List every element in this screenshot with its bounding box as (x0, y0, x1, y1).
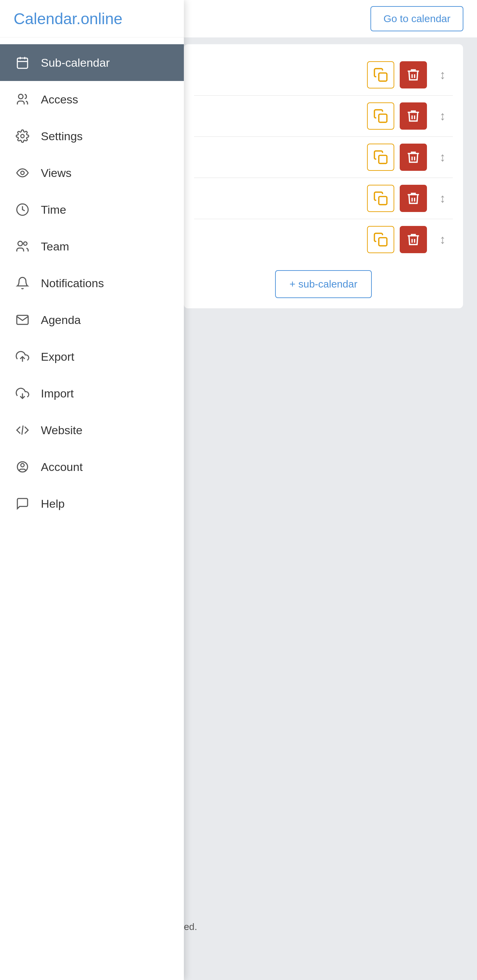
sidebar-item-label-export: Export (41, 350, 74, 363)
agenda-icon (14, 311, 31, 329)
svg-rect-5 (18, 58, 27, 68)
delete-button-5[interactable] (400, 226, 427, 253)
sidebar-item-label-agenda: Agenda (41, 313, 81, 327)
sidebar: Calendar.online Sub-calendar (0, 0, 184, 980)
footer-text: ed. (184, 921, 197, 932)
reorder-button-3[interactable]: ↕ (432, 143, 453, 171)
subcal-row-3: ↕ (194, 137, 453, 178)
sidebar-item-time[interactable]: Time (0, 191, 184, 228)
copy-button-3[interactable] (367, 143, 394, 171)
website-icon (14, 421, 31, 439)
views-icon (14, 164, 31, 182)
sidebar-item-import[interactable]: Import (0, 375, 184, 412)
import-icon (14, 385, 31, 402)
sidebar-logo-accent: online (81, 10, 123, 27)
reorder-button-2[interactable]: ↕ (432, 102, 453, 130)
subcal-row-4: ↕ (194, 178, 453, 219)
subcal-row-1: ↕ (194, 54, 453, 95)
svg-point-14 (24, 242, 27, 245)
delete-button-4[interactable] (400, 185, 427, 212)
sidebar-item-website[interactable]: Website (0, 412, 184, 449)
svg-rect-3 (379, 197, 387, 205)
time-icon (14, 201, 31, 218)
sidebar-logo-text: Calendar. (14, 10, 81, 27)
settings-icon (14, 127, 31, 145)
sidebar-item-label-settings: Settings (41, 130, 83, 143)
sidebar-item-sub-calendar[interactable]: Sub-calendar (0, 44, 184, 81)
sidebar-item-access[interactable]: Access (0, 81, 184, 118)
add-sub-calendar-button[interactable]: + sub-calendar (275, 270, 372, 298)
delete-button-1[interactable] (400, 61, 427, 89)
sidebar-item-label-views: Views (41, 166, 72, 180)
copy-button-4[interactable] (367, 185, 394, 212)
sidebar-item-agenda[interactable]: Agenda (0, 301, 184, 338)
sidebar-item-export[interactable]: Export (0, 338, 184, 375)
svg-rect-2 (379, 156, 387, 164)
sidebar-item-label-access: Access (41, 93, 78, 106)
go-to-calendar-button[interactable]: Go to calendar (370, 6, 463, 31)
sidebar-item-label-import: Import (41, 387, 73, 400)
export-icon (14, 348, 31, 366)
svg-point-19 (21, 463, 24, 467)
sidebar-item-label-notifications: Notifications (41, 277, 104, 290)
delete-button-3[interactable] (400, 143, 427, 171)
sidebar-item-settings[interactable]: Settings (0, 118, 184, 154)
subcal-row-5: ↕ (194, 219, 453, 260)
sidebar-logo: Calendar.online (14, 10, 123, 28)
svg-rect-4 (379, 238, 387, 246)
sidebar-item-label-sub-calendar: Sub-calendar (41, 56, 110, 69)
sidebar-item-label-account: Account (41, 460, 83, 474)
sidebar-item-label-time: Time (41, 203, 66, 216)
access-icon (14, 91, 31, 108)
copy-button-2[interactable] (367, 102, 394, 130)
sidebar-item-team[interactable]: Team (0, 228, 184, 265)
sidebar-item-views[interactable]: Views (0, 154, 184, 191)
sidebar-item-help[interactable]: Help (0, 485, 184, 522)
svg-point-10 (21, 134, 24, 138)
copy-button-5[interactable] (367, 226, 394, 253)
help-icon (14, 495, 31, 512)
team-icon (14, 237, 31, 255)
notifications-icon (14, 274, 31, 292)
svg-point-13 (18, 241, 22, 246)
sidebar-item-label-team: Team (41, 240, 69, 253)
svg-line-17 (22, 426, 23, 435)
reorder-button-4[interactable]: ↕ (432, 185, 453, 212)
sidebar-item-label-website: Website (41, 424, 82, 437)
account-icon (14, 458, 31, 476)
sidebar-item-notifications[interactable]: Notifications (0, 265, 184, 301)
copy-button-1[interactable] (367, 61, 394, 89)
reorder-button-5[interactable]: ↕ (432, 226, 453, 253)
sidebar-item-account[interactable]: Account (0, 449, 184, 485)
delete-button-2[interactable] (400, 102, 427, 130)
calendar-icon (14, 54, 31, 72)
main-panel: ↕ ↕ (184, 44, 463, 308)
svg-rect-0 (379, 73, 387, 81)
subcal-row-2: ↕ (194, 95, 453, 137)
svg-point-9 (18, 94, 23, 99)
svg-rect-1 (379, 115, 387, 123)
sidebar-logo-area: Calendar.online (0, 0, 184, 37)
sidebar-navigation: Sub-calendar Access Settin (0, 37, 184, 529)
sidebar-item-label-help: Help (41, 497, 65, 511)
reorder-button-1[interactable]: ↕ (432, 61, 453, 89)
svg-point-11 (21, 171, 24, 175)
